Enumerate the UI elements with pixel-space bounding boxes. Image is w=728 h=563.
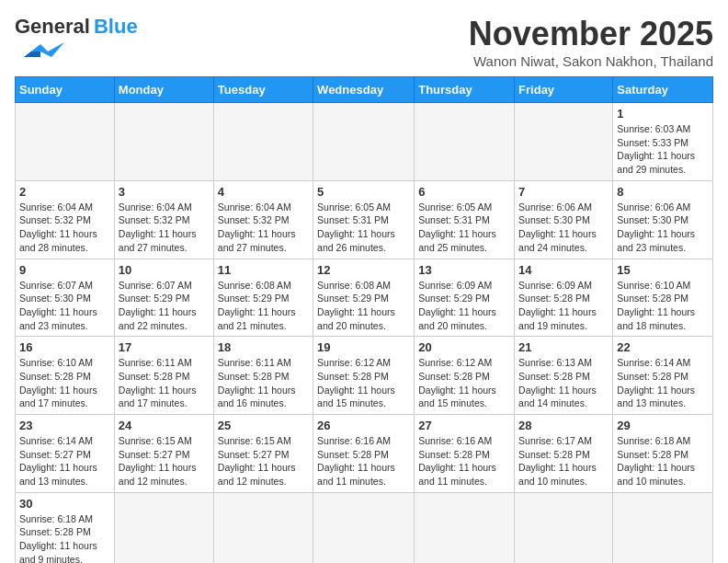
- logo: General Blue: [15, 15, 138, 64]
- cell-info: Sunrise: 6:14 AMSunset: 5:28 PMDaylight:…: [617, 356, 709, 410]
- calendar-cell: 27Sunrise: 6:16 AMSunset: 5:28 PMDayligh…: [415, 415, 515, 493]
- cell-info: Sunrise: 6:04 AMSunset: 5:32 PMDaylight:…: [218, 201, 309, 255]
- cell-info: Sunrise: 6:18 AMSunset: 5:28 PMDaylight:…: [19, 512, 110, 563]
- logo-general: General: [15, 15, 90, 39]
- calendar-cell: 8Sunrise: 6:06 AMSunset: 5:30 PMDaylight…: [613, 180, 713, 259]
- calendar-week-row: 23Sunrise: 6:14 AMSunset: 5:27 PMDayligh…: [16, 415, 713, 493]
- cell-info: Sunrise: 6:12 AMSunset: 5:28 PMDaylight:…: [418, 356, 510, 410]
- calendar-cell: 23Sunrise: 6:14 AMSunset: 5:27 PMDayligh…: [16, 415, 115, 493]
- calendar-cell: 25Sunrise: 6:15 AMSunset: 5:27 PMDayligh…: [213, 415, 313, 493]
- calendar-cell: 1Sunrise: 6:03 AMSunset: 5:33 PMDaylight…: [613, 103, 713, 181]
- cell-info: Sunrise: 6:16 AMSunset: 5:28 PMDaylight:…: [317, 434, 410, 488]
- cell-info: Sunrise: 6:03 AMSunset: 5:33 PMDaylight:…: [617, 122, 709, 177]
- calendar-cell: 12Sunrise: 6:08 AMSunset: 5:29 PMDayligh…: [313, 259, 415, 337]
- month-title: November 2025: [469, 15, 713, 53]
- cell-info: Sunrise: 6:14 AMSunset: 5:27 PMDaylight:…: [19, 434, 110, 488]
- calendar-cell: 6Sunrise: 6:05 AMSunset: 5:31 PMDaylight…: [415, 180, 515, 259]
- weekday-header: Tuesday: [213, 77, 313, 103]
- cell-info: Sunrise: 6:18 AMSunset: 5:28 PMDaylight:…: [617, 434, 709, 488]
- day-number: 3: [119, 185, 210, 199]
- calendar-cell: 28Sunrise: 6:17 AMSunset: 5:28 PMDayligh…: [515, 415, 613, 493]
- calendar-cell: 3Sunrise: 6:04 AMSunset: 5:32 PMDaylight…: [114, 180, 213, 259]
- calendar-cell: [313, 103, 415, 181]
- day-number: 7: [518, 185, 609, 199]
- calendar-cell: [213, 492, 313, 563]
- calendar-cell: [515, 492, 613, 563]
- day-number: 23: [19, 419, 110, 432]
- day-number: 28: [518, 419, 609, 432]
- day-number: 2: [19, 185, 110, 199]
- calendar-cell: 2Sunrise: 6:04 AMSunset: 5:32 PMDaylight…: [16, 180, 115, 259]
- day-number: 30: [19, 497, 110, 511]
- day-number: 4: [218, 185, 309, 199]
- day-number: 13: [418, 263, 510, 277]
- calendar-cell: 16Sunrise: 6:10 AMSunset: 5:28 PMDayligh…: [16, 337, 115, 415]
- cell-info: Sunrise: 6:05 AMSunset: 5:31 PMDaylight:…: [317, 201, 410, 255]
- weekday-header: Thursday: [415, 77, 515, 103]
- weekday-header-row: SundayMondayTuesdayWednesdayThursdayFrid…: [16, 77, 713, 103]
- day-number: 17: [119, 340, 210, 354]
- calendar-table: SundayMondayTuesdayWednesdayThursdayFrid…: [15, 76, 713, 563]
- weekday-header: Saturday: [613, 77, 713, 103]
- day-number: 20: [418, 340, 510, 354]
- day-number: 12: [317, 263, 410, 277]
- day-number: 11: [218, 263, 309, 277]
- cell-info: Sunrise: 6:11 AMSunset: 5:28 PMDaylight:…: [218, 356, 309, 410]
- cell-info: Sunrise: 6:10 AMSunset: 5:28 PMDaylight:…: [617, 279, 709, 333]
- calendar-cell: 19Sunrise: 6:12 AMSunset: 5:28 PMDayligh…: [313, 337, 415, 415]
- day-number: 22: [617, 340, 709, 354]
- cell-info: Sunrise: 6:08 AMSunset: 5:29 PMDaylight:…: [317, 279, 410, 333]
- cell-info: Sunrise: 6:09 AMSunset: 5:29 PMDaylight:…: [418, 279, 510, 333]
- calendar-cell: 7Sunrise: 6:06 AMSunset: 5:30 PMDaylight…: [515, 180, 613, 259]
- logo-bird-icon: [15, 39, 64, 64]
- calendar-cell: 20Sunrise: 6:12 AMSunset: 5:28 PMDayligh…: [415, 337, 515, 415]
- weekday-header: Wednesday: [313, 77, 415, 103]
- day-number: 14: [518, 263, 609, 277]
- calendar-cell: 26Sunrise: 6:16 AMSunset: 5:28 PMDayligh…: [313, 415, 415, 493]
- cell-info: Sunrise: 6:15 AMSunset: 5:27 PMDaylight:…: [218, 434, 309, 488]
- logo-blue: Blue: [94, 15, 138, 39]
- day-number: 16: [19, 340, 110, 354]
- day-number: 5: [317, 185, 410, 199]
- calendar-cell: 4Sunrise: 6:04 AMSunset: 5:32 PMDaylight…: [213, 180, 313, 259]
- cell-info: Sunrise: 6:04 AMSunset: 5:32 PMDaylight:…: [19, 201, 110, 255]
- page-header: General Blue November 2025 Wanon Niwat, …: [15, 15, 713, 69]
- cell-info: Sunrise: 6:07 AMSunset: 5:29 PMDaylight:…: [119, 279, 210, 333]
- day-number: 25: [218, 419, 309, 432]
- cell-info: Sunrise: 6:08 AMSunset: 5:29 PMDaylight:…: [218, 279, 309, 333]
- svg-marker-1: [24, 52, 40, 57]
- calendar-cell: 29Sunrise: 6:18 AMSunset: 5:28 PMDayligh…: [613, 415, 713, 493]
- cell-info: Sunrise: 6:13 AMSunset: 5:28 PMDaylight:…: [518, 356, 609, 410]
- calendar-cell: 14Sunrise: 6:09 AMSunset: 5:28 PMDayligh…: [515, 259, 613, 337]
- calendar-week-row: 9Sunrise: 6:07 AMSunset: 5:30 PMDaylight…: [16, 259, 713, 337]
- day-number: 29: [617, 419, 709, 432]
- calendar-cell: 5Sunrise: 6:05 AMSunset: 5:31 PMDaylight…: [313, 180, 415, 259]
- calendar-week-row: 16Sunrise: 6:10 AMSunset: 5:28 PMDayligh…: [16, 337, 713, 415]
- day-number: 6: [418, 185, 510, 199]
- cell-info: Sunrise: 6:15 AMSunset: 5:27 PMDaylight:…: [119, 434, 210, 488]
- cell-info: Sunrise: 6:12 AMSunset: 5:28 PMDaylight:…: [317, 356, 410, 410]
- calendar-cell: [415, 103, 515, 181]
- calendar-cell: 17Sunrise: 6:11 AMSunset: 5:28 PMDayligh…: [114, 337, 213, 415]
- cell-info: Sunrise: 6:06 AMSunset: 5:30 PMDaylight:…: [518, 201, 609, 255]
- day-number: 1: [617, 107, 709, 121]
- cell-info: Sunrise: 6:16 AMSunset: 5:28 PMDaylight:…: [418, 434, 510, 488]
- weekday-header: Friday: [515, 77, 613, 103]
- day-number: 10: [119, 263, 210, 277]
- day-number: 18: [218, 340, 309, 354]
- cell-info: Sunrise: 6:07 AMSunset: 5:30 PMDaylight:…: [19, 279, 110, 333]
- calendar-cell: 15Sunrise: 6:10 AMSunset: 5:28 PMDayligh…: [613, 259, 713, 337]
- cell-info: Sunrise: 6:05 AMSunset: 5:31 PMDaylight:…: [418, 201, 510, 255]
- weekday-header: Monday: [114, 77, 213, 103]
- calendar-cell: 11Sunrise: 6:08 AMSunset: 5:29 PMDayligh…: [213, 259, 313, 337]
- calendar-cell: 18Sunrise: 6:11 AMSunset: 5:28 PMDayligh…: [213, 337, 313, 415]
- cell-info: Sunrise: 6:11 AMSunset: 5:28 PMDaylight:…: [119, 356, 210, 410]
- calendar-week-row: 2Sunrise: 6:04 AMSunset: 5:32 PMDaylight…: [16, 180, 713, 259]
- day-number: 27: [418, 419, 510, 432]
- title-section: November 2025 Wanon Niwat, Sakon Nakhon,…: [469, 15, 713, 69]
- calendar-cell: 13Sunrise: 6:09 AMSunset: 5:29 PMDayligh…: [415, 259, 515, 337]
- calendar-cell: [515, 103, 613, 181]
- calendar-cell: [415, 492, 515, 563]
- cell-info: Sunrise: 6:04 AMSunset: 5:32 PMDaylight:…: [119, 201, 210, 255]
- calendar-cell: 21Sunrise: 6:13 AMSunset: 5:28 PMDayligh…: [515, 337, 613, 415]
